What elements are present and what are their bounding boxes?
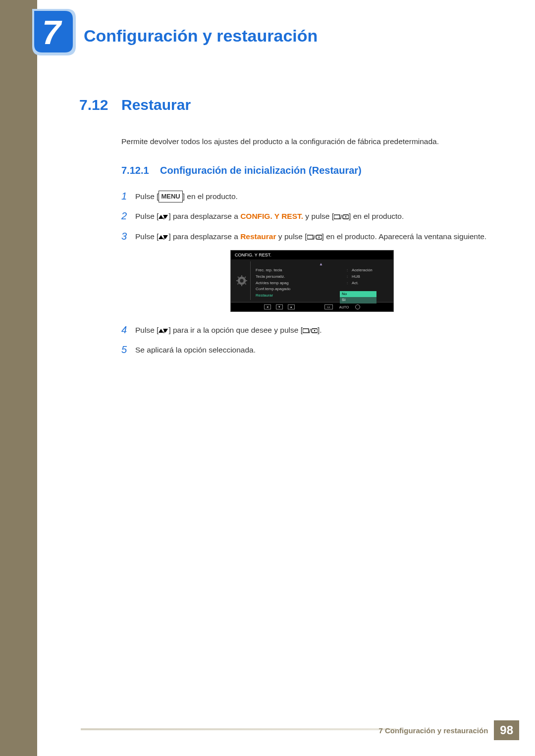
osd-row: Frec. rep. tecla:Aceleración bbox=[256, 267, 386, 274]
svg-text:/: / bbox=[309, 328, 311, 334]
svg-rect-10 bbox=[307, 235, 313, 239]
osd-dropdown: No Sí bbox=[340, 291, 376, 303]
gear-icon bbox=[236, 275, 247, 286]
menu-key: MENU bbox=[159, 191, 182, 202]
svg-point-15 bbox=[240, 279, 243, 282]
svg-rect-17 bbox=[241, 284, 242, 286]
svg-rect-18 bbox=[236, 280, 238, 281]
source-enter-icon: / bbox=[303, 328, 318, 334]
up-down-arrow-icon: / bbox=[159, 234, 168, 240]
page-number: 98 bbox=[494, 720, 519, 740]
svg-marker-0 bbox=[159, 215, 163, 219]
osd-row: Tecla personaliz.:HUB bbox=[256, 274, 386, 280]
svg-point-13 bbox=[318, 236, 320, 238]
osd-up-icon: ▴ bbox=[288, 304, 295, 309]
svg-marker-24 bbox=[159, 329, 163, 333]
chapter-badge: 7 bbox=[37, 9, 77, 54]
osd-down-icon: ▾ bbox=[276, 304, 283, 309]
svg-rect-27 bbox=[303, 329, 309, 333]
footer-text: 7 Configuración y restauración bbox=[378, 726, 488, 735]
section-intro: Permite devolver todos los ajustes del p… bbox=[121, 137, 493, 146]
osd-title: CONFIG. Y REST. bbox=[231, 251, 393, 259]
up-down-arrow-icon: / bbox=[159, 328, 168, 334]
svg-marker-7 bbox=[159, 235, 163, 239]
svg-point-30 bbox=[314, 330, 316, 332]
chapter-title: Configuración y restauración bbox=[84, 26, 318, 46]
step-5: 5 Se aplicará la opción seleccionada. bbox=[121, 344, 493, 356]
chapter-number: 7 bbox=[42, 13, 61, 51]
subsection-heading: 7.12.1 Configuración de inicialización (… bbox=[121, 165, 493, 176]
svg-text:/: / bbox=[340, 214, 342, 220]
svg-rect-16 bbox=[241, 275, 242, 277]
svg-rect-20 bbox=[237, 276, 239, 278]
section-heading: 7.12 Restaurar bbox=[79, 97, 493, 113]
subsection-title: Configuración de inicialización (Restaur… bbox=[160, 165, 362, 176]
svg-rect-22 bbox=[244, 276, 246, 278]
osd-option-selected: No bbox=[340, 291, 376, 297]
svg-rect-19 bbox=[245, 280, 247, 281]
svg-rect-23 bbox=[237, 283, 238, 285]
step-1: 1 Pulse [MENU] en el producto. bbox=[121, 190, 493, 203]
source-enter-icon: / bbox=[334, 214, 349, 220]
step-2: 2 Pulse [/] para desplazarse a CONFIG. Y… bbox=[121, 210, 493, 223]
osd-bottom-bar: ◂ ▾ ▴ ▭ AUTO bbox=[231, 302, 393, 311]
footer: 7 Configuración y restauración 98 bbox=[378, 720, 519, 740]
subsection-number: 7.12.1 bbox=[121, 165, 160, 176]
svg-rect-3 bbox=[334, 215, 340, 219]
osd-auto-label: AUTO bbox=[338, 304, 350, 309]
step-3: 3 Pulse [/] para desplazarse a Restaurar… bbox=[121, 230, 493, 243]
osd-screenshot: CONFIG. Y REST. bbox=[230, 250, 394, 312]
section-title: Restaurar bbox=[121, 97, 191, 113]
svg-text:/: / bbox=[314, 234, 316, 240]
svg-point-6 bbox=[345, 216, 347, 218]
chapter-header: 7 Configuración y restauración bbox=[37, 9, 318, 54]
svg-rect-21 bbox=[245, 283, 246, 285]
footer-divider bbox=[81, 728, 396, 730]
osd-option: Sí bbox=[340, 297, 376, 303]
osd-power-icon bbox=[355, 304, 360, 309]
left-sidebar bbox=[0, 0, 37, 756]
osd-source-icon: ▭ bbox=[324, 304, 333, 309]
section-number: 7.12 bbox=[79, 97, 121, 113]
osd-back-icon: ◂ bbox=[264, 304, 271, 309]
osd-scroll-up-icon: ▲ bbox=[256, 262, 386, 267]
up-down-arrow-icon: / bbox=[159, 214, 168, 220]
step-4: 4 Pulse [/] para ir a la opción que dese… bbox=[121, 324, 493, 337]
osd-row: Act/des temp apag:Act. bbox=[256, 280, 386, 287]
source-enter-icon: / bbox=[307, 234, 322, 240]
